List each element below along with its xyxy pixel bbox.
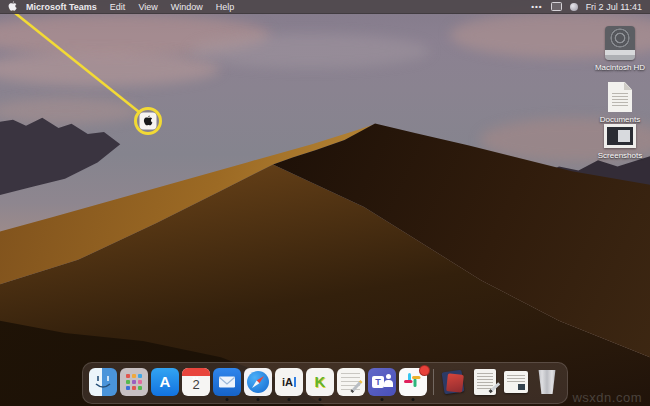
dock-item-microsoft-teams[interactable]: T	[368, 368, 396, 396]
callout-circle	[136, 109, 161, 134]
dune-bottom-shadow	[0, 0, 650, 406]
mountains-left	[0, 0, 650, 406]
dock: A JUL 2 iA K	[82, 362, 568, 404]
dock-item-notes[interactable]	[337, 368, 365, 396]
dune-lit-slope	[0, 0, 650, 406]
teams-person-icon	[386, 374, 391, 379]
teams-person-icon	[384, 380, 393, 387]
apple-logo-icon	[8, 1, 17, 12]
stack-front-icon	[446, 373, 464, 393]
apple-menu[interactable]	[8, 1, 17, 12]
dune-shadow-face	[0, 0, 650, 406]
callout-line	[10, 9, 139, 112]
wallpaper-sky	[0, 0, 650, 406]
callout-annotation	[0, 0, 650, 406]
calendar-month: JUL	[182, 368, 210, 376]
finder-face-icon	[89, 368, 117, 396]
desktop-icon-label: Screenshots	[593, 151, 647, 160]
macos-desktop: Microsoft Teams Edit View Window Help ••…	[0, 0, 650, 406]
hard-drive-icon	[605, 26, 635, 60]
envelope-icon	[213, 368, 241, 396]
dock-item-downloads-stack[interactable]	[440, 368, 468, 396]
siri-menu-icon[interactable]	[570, 3, 578, 11]
cloud	[0, 52, 220, 86]
dock-item-slack[interactable]	[399, 368, 427, 396]
ellipsis-menu-icon[interactable]: •••	[531, 2, 542, 11]
menu-bar-clock[interactable]: Fri 2 Jul 11:41	[586, 2, 642, 12]
dock-divider	[433, 369, 434, 395]
dock-item-note-stack[interactable]	[502, 368, 530, 396]
watermark: wsxdn.com	[572, 390, 642, 405]
launchpad-grid-icon	[126, 374, 142, 390]
menu-edit[interactable]: Edit	[110, 2, 126, 12]
apple-logo-icon	[144, 116, 152, 126]
document-page-icon	[474, 369, 496, 395]
dock-item-finder[interactable]	[89, 368, 117, 396]
compass-icon	[247, 371, 269, 393]
menu-bar: Microsoft Teams Edit View Window Help ••…	[0, 0, 650, 14]
dune-mid-slope	[0, 0, 650, 406]
dock-item-ia-writer[interactable]: iA	[275, 368, 303, 396]
menu-view[interactable]: View	[138, 2, 157, 12]
menu-help[interactable]: Help	[216, 2, 235, 12]
cloud	[0, 14, 270, 56]
active-app-name[interactable]: Microsoft Teams	[26, 2, 97, 12]
dock-item-app-store[interactable]: A	[151, 368, 179, 396]
menu-window[interactable]: Window	[171, 2, 203, 12]
cloud	[0, 98, 140, 124]
trash-icon	[537, 370, 557, 394]
notification-badge	[419, 365, 430, 376]
dock-item-mail[interactable]	[213, 368, 241, 396]
dock-item-launchpad[interactable]	[120, 368, 148, 396]
desktop-icon-label: Macintosh HD	[593, 63, 647, 72]
display-menu-icon[interactable]	[551, 2, 562, 11]
cloud	[190, 34, 430, 68]
desktop-icon-documents[interactable]: Documents	[593, 82, 647, 124]
note-page-icon	[504, 371, 528, 393]
dock-item-kiwi[interactable]: K	[306, 368, 334, 396]
teams-t-logo: T	[372, 376, 384, 388]
document-icon	[608, 82, 632, 112]
app-store-a-icon: A	[160, 373, 171, 390]
kiwi-k-logo: K	[315, 373, 326, 390]
highlighted-apple-button	[140, 113, 157, 130]
dock-item-safari[interactable]	[244, 368, 272, 396]
desktop-icon-screenshots[interactable]: Screenshots	[593, 124, 647, 160]
desktop-icon-label: Documents	[593, 115, 647, 124]
dock-item-documents-stack[interactable]	[471, 368, 499, 396]
dock-item-calendar[interactable]: JUL 2	[182, 368, 210, 396]
mountains-right	[0, 0, 650, 406]
dock-item-trash[interactable]	[533, 368, 561, 396]
screenshot-icon	[604, 124, 636, 148]
desktop-icon-macintosh-hd[interactable]: Macintosh HD	[593, 26, 647, 72]
ia-writer-logo: iA	[282, 376, 296, 388]
